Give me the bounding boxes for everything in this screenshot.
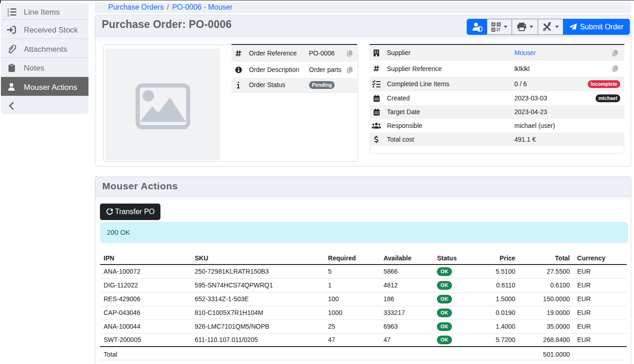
svg-text:3: 3 [7, 14, 9, 17]
